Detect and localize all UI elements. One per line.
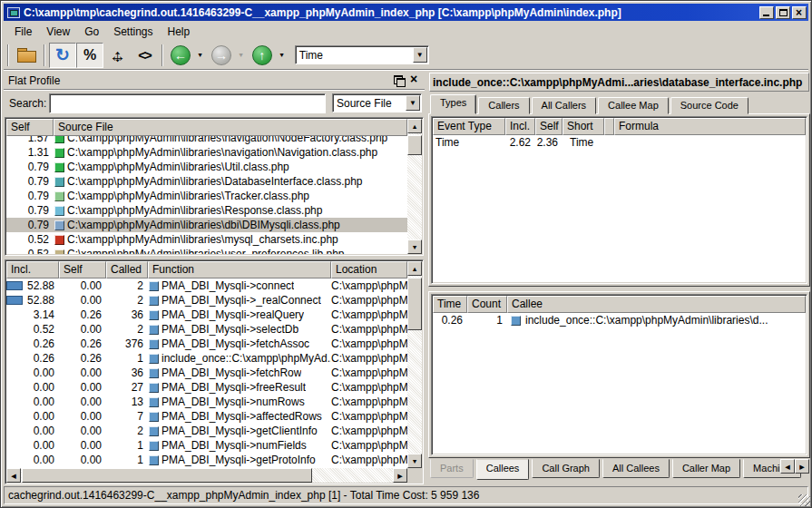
file-row[interactable]: 0.52C:\xampp\phpMyAdmin\libraries\user_p… — [6, 247, 407, 254]
function-row[interactable]: 0.000.007PMA_DBI_Mysqli->affectedRowsC:\… — [6, 409, 407, 424]
cycle-detection-button[interactable] — [131, 43, 158, 68]
open-file-button[interactable] — [13, 43, 40, 68]
menu-file[interactable]: File — [7, 24, 39, 40]
float-dock-icon[interactable] — [392, 74, 405, 86]
function-row[interactable]: 0.000.0036PMA_DBI_Mysqli->fetchRowC:\xam… — [6, 366, 407, 380]
column-header-short[interactable]: Short — [563, 118, 604, 135]
function-row[interactable]: 52.880.002PMA_DBI_Mysqli->_realConnectC:… — [6, 293, 407, 308]
up-dropdown-icon[interactable] — [278, 51, 286, 60]
relative-percent-button[interactable] — [76, 43, 103, 68]
back-button[interactable] — [167, 43, 194, 68]
short-value: Time — [563, 136, 604, 149]
function-row[interactable]: 0.000.0013PMA_DBI_Mysqli->numRowsC:\xamp… — [6, 395, 407, 409]
bottom-tab-call-graph[interactable]: Call Graph — [532, 459, 600, 478]
scrollbar-thumb[interactable] — [22, 468, 312, 483]
tab-source-code[interactable]: Source Code — [670, 97, 748, 114]
column-header-count[interactable]: Count — [467, 296, 507, 313]
maximize-button[interactable] — [776, 6, 790, 19]
function-icon — [149, 354, 159, 364]
column-header-incl-[interactable]: Incl. — [6, 261, 59, 278]
column-header-self[interactable]: Self — [59, 261, 106, 278]
bottom-tab-caller-map[interactable]: Caller Map — [672, 459, 740, 478]
tab-all-callers[interactable]: All Callers — [532, 97, 597, 114]
tab-types[interactable]: Types — [430, 94, 476, 114]
scroll-right-icon[interactable] — [393, 468, 407, 483]
forward-dropdown-icon[interactable] — [237, 51, 245, 60]
function-row[interactable]: 0.000.001PMA_DBI_Mysqli->getProtoInfoC:\… — [6, 453, 407, 467]
bottom-tab-parts[interactable]: Parts — [430, 459, 474, 478]
column-header-self[interactable]: Self — [6, 119, 54, 136]
scroll-up-icon[interactable] — [407, 119, 422, 133]
function-row[interactable]: 0.260.261include_once::C:\xampp\phpMyAd.… — [6, 351, 407, 366]
resize-grip[interactable] — [798, 494, 810, 506]
function-row[interactable]: 52.880.002PMA_DBI_Mysqli->connectC:\xamp… — [6, 278, 407, 293]
title-bar[interactable]: C:\xampp\tmp\cachegrind.out.1416463299-C… — [4, 4, 808, 21]
function-row[interactable]: 0.000.0027PMA_DBI_Mysqli->freeResultC:\x… — [6, 380, 407, 395]
reload-button[interactable] — [49, 43, 76, 68]
incl-cost-value: 0.00 — [6, 439, 54, 452]
up-button[interactable] — [249, 43, 276, 68]
file-row[interactable]: 0.79C:\xampp\phpMyAdmin\libraries\Util.c… — [6, 160, 407, 174]
column-header-callee[interactable]: Callee — [507, 296, 806, 313]
maximize-icon — [779, 9, 788, 16]
column-header-location[interactable]: Location — [331, 261, 407, 278]
back-dropdown-icon[interactable] — [196, 51, 204, 60]
file-row[interactable]: 0.79C:\xampp\phpMyAdmin\libraries\Tracke… — [6, 189, 407, 203]
forward-button[interactable] — [208, 43, 235, 68]
menu-settings[interactable]: Settings — [106, 24, 160, 40]
tabs-scroll-right-icon[interactable] — [795, 459, 809, 474]
group-by-combo[interactable]: Source File — [332, 93, 422, 112]
file-row[interactable]: 1.31C:\xampp\phpMyAdmin\libraries\naviga… — [6, 145, 407, 160]
minimize-button[interactable] — [759, 6, 774, 19]
menu-go[interactable]: Go — [77, 24, 106, 40]
scroll-down-icon[interactable] — [407, 454, 422, 468]
menu-help[interactable]: Help — [161, 24, 198, 40]
column-header-self[interactable]: Self — [535, 118, 563, 135]
file-row[interactable]: 0.79C:\xampp\phpMyAdmin\libraries\Respon… — [6, 203, 407, 218]
chevron-down-icon[interactable] — [406, 95, 420, 111]
function-row[interactable]: 0.000.002PMA_DBI_Mysqli->getClientInfoC:… — [6, 424, 407, 438]
move-tool-button[interactable] — [103, 43, 131, 68]
chevron-down-icon[interactable] — [413, 47, 427, 63]
scroll-left-icon[interactable] — [6, 468, 21, 483]
callee-row[interactable]: 0.261include_once::C:\xampp\phpMyAdmin\l… — [433, 313, 806, 327]
function-row[interactable]: 3.140.2636PMA_DBI_Mysqli->realQueryC:\xa… — [6, 308, 407, 322]
function-row[interactable]: 0.260.26376PMA_DBI_Mysqli->fetchAssocC:\… — [6, 337, 407, 351]
file-row[interactable]: 0.52C:\xampp\phpMyAdmin\libraries\mysql_… — [6, 232, 407, 247]
event-type-row[interactable]: Time2.622.36Time — [433, 135, 806, 150]
scroll-down-icon[interactable] — [407, 239, 422, 254]
column-header-formula[interactable]: Formula — [614, 118, 806, 135]
tabs-scroll-left-icon[interactable] — [780, 459, 795, 474]
file-row[interactable]: 0.79C:\xampp\phpMyAdmin\libraries\dbi\DB… — [6, 218, 407, 232]
tab-callers[interactable]: Callers — [478, 97, 529, 114]
column-header-called[interactable]: Called — [106, 261, 148, 278]
tab-callee-map[interactable]: Callee Map — [598, 97, 669, 114]
column-header-function[interactable]: Function — [148, 261, 331, 278]
column-header-event-type[interactable]: Event Type — [433, 118, 505, 135]
search-input[interactable] — [49, 93, 326, 113]
column-header-incl-[interactable]: Incl. — [505, 118, 535, 135]
column-header-time[interactable]: Time — [433, 296, 467, 313]
bottom-tab-callees[interactable]: Callees — [476, 459, 530, 480]
file-row[interactable]: 1.57C:\xampp\phpMyAdmin\libraries\naviga… — [6, 136, 407, 145]
function-row[interactable]: 0.520.002PMA_DBI_Mysqli->selectDbC:\xamp… — [6, 322, 407, 337]
event-type-combo[interactable]: Time — [295, 45, 429, 64]
column-header-spacer[interactable] — [604, 118, 614, 135]
file-row[interactable]: 0.79C:\xampp\phpMyAdmin\libraries\Databa… — [6, 174, 407, 189]
scroll-up-icon[interactable] — [407, 261, 422, 276]
horizontal-scrollbar[interactable] — [6, 468, 407, 483]
column-header-source-file[interactable]: Source File — [54, 119, 407, 136]
scrollbar-thumb[interactable] — [407, 135, 422, 155]
vertical-scrollbar[interactable] — [407, 119, 422, 254]
vertical-scrollbar[interactable] — [407, 261, 422, 468]
menu-view[interactable]: View — [39, 24, 77, 40]
called-count-value: 36 — [106, 308, 148, 321]
function-icon — [149, 397, 159, 407]
close-button[interactable] — [792, 6, 807, 19]
close-dock-icon[interactable] — [408, 74, 421, 86]
function-row[interactable]: 0.000.001PMA_DBI_Mysqli->numFieldsC:\xam… — [6, 438, 407, 453]
source-file-list-header: SelfSource File — [6, 119, 407, 136]
function-list-header: Incl.SelfCalledFunctionLocation — [6, 261, 407, 278]
bottom-tab-all-callees[interactable]: All Callees — [602, 459, 670, 478]
scrollbar-thumb[interactable] — [407, 278, 422, 330]
